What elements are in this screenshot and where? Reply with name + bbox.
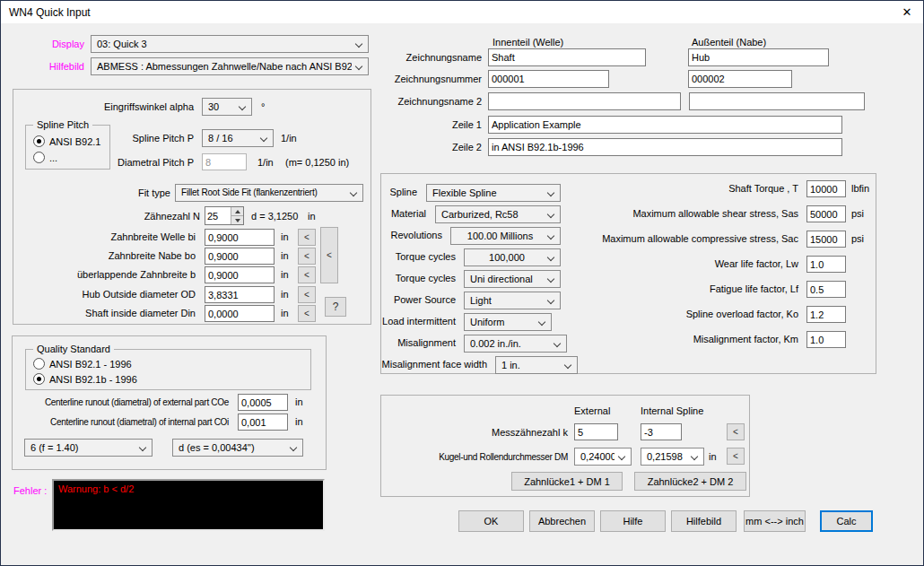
chevron-down-icon: [239, 103, 246, 110]
fatigue-life-factor-field[interactable]: [806, 281, 846, 298]
zeile2-field[interactable]: [488, 138, 842, 156]
copy-left-button[interactable]: <: [298, 229, 316, 246]
copy-left-button[interactable]: <: [727, 448, 745, 465]
max-shear-stress-unit: psi: [851, 208, 864, 220]
chevron-down-icon: [355, 40, 362, 48]
chevron-down-icon: [290, 444, 297, 451]
zeichnungsname-welle-field[interactable]: [488, 48, 646, 66]
chevron-down-icon: [554, 340, 561, 347]
misalignment-face-width-select[interactable]: 1 in.: [495, 356, 578, 374]
material-select[interactable]: Carburized, Rc58: [435, 205, 561, 223]
stepper-down-icon[interactable]: [231, 216, 243, 224]
zeichnungsname-nabe-field[interactable]: [688, 48, 829, 66]
spline-overload-factor-field[interactable]: [806, 306, 846, 323]
power-source-select[interactable]: Light: [464, 292, 561, 309]
mm-inch-toggle-button[interactable]: mm <--> inch: [744, 510, 806, 532]
runout-internal-field[interactable]: [238, 414, 288, 431]
radio-ansi-b921b-1996-label: ANSI B92.1b - 1996: [49, 374, 137, 386]
messzaehnezahl-internal-field[interactable]: [641, 423, 682, 440]
display-select[interactable]: 03: Quick 3: [91, 35, 369, 53]
zeile1-field[interactable]: [488, 116, 842, 134]
spline-select[interactable]: Flexible Spline: [426, 184, 561, 202]
help-button[interactable]: ?: [325, 297, 346, 317]
zaehnezahl-field[interactable]: [205, 207, 231, 224]
hilfe-button[interactable]: Hilfe: [600, 510, 666, 532]
max-shear-stress-label: Maximum allowable shear stress, Sas: [632, 208, 798, 220]
wear-life-factor-field[interactable]: [806, 256, 846, 273]
torque-direction-select[interactable]: Uni directional: [464, 270, 561, 288]
abbrechen-button[interactable]: Abbrechen: [529, 510, 595, 532]
zeichnungsnummer-nabe-field[interactable]: [688, 70, 792, 88]
zahnbreite-nabe-unit: in: [281, 250, 289, 262]
zahnluecke1-button[interactable]: Zahnlücke1 + DM 1: [511, 472, 623, 491]
max-compressive-stress-field[interactable]: [806, 231, 846, 248]
close-icon[interactable]: ✕: [891, 1, 923, 23]
runout-external-field[interactable]: [238, 394, 288, 411]
durchmesser-external-select[interactable]: 0,24000: [574, 448, 632, 466]
radio-ansi-b921-label: ANSI B92.1: [49, 136, 100, 148]
max-shear-stress-field[interactable]: [806, 205, 846, 222]
ok-button[interactable]: OK: [458, 510, 524, 532]
hilfebild-button[interactable]: Hilfebild: [671, 510, 737, 532]
torque-cycles-select[interactable]: 100,000: [464, 248, 561, 266]
radio-ansi-b921b-1996[interactable]: [33, 373, 45, 385]
stepper-arrows[interactable]: [231, 207, 243, 224]
torque-cycles-value: 100,000: [470, 252, 544, 263]
fit-allowance-select[interactable]: d (es = 0,00434''): [172, 439, 303, 457]
durchmesser-internal-select[interactable]: 0,21598: [641, 448, 704, 466]
misalignment-select[interactable]: 0.002 in./in.: [464, 335, 567, 353]
radio-ansi-b921-1996[interactable]: [33, 358, 45, 370]
copy-left-button[interactable]: <: [727, 423, 745, 440]
shaft-inside-diameter-field[interactable]: [205, 305, 275, 322]
hub-outside-diameter-field[interactable]: [205, 286, 275, 303]
material-label: Material: [391, 208, 426, 220]
spline-value: Flexible Spline: [432, 187, 544, 198]
quality-group: Quality Standard ANSI B92.1 - 1996 ANSI …: [12, 335, 327, 470]
chevron-down-icon: [547, 211, 554, 218]
spline-pitch-unit: 1/in: [281, 133, 297, 144]
torque-direction-value: Uni directional: [470, 274, 544, 284]
zaehnezahl-stepper[interactable]: [205, 206, 244, 225]
shaft-torque-field[interactable]: [806, 180, 846, 197]
wear-life-factor-label: Wear life factor, Lw: [715, 258, 798, 270]
zeichnungsnummer-welle-field[interactable]: [488, 70, 609, 88]
error-console: Warnung: b < d/2: [52, 479, 325, 531]
messzaehnezahl-external-field[interactable]: [574, 423, 618, 440]
spline-pitch-select[interactable]: 8 / 16: [202, 129, 274, 147]
load-intermittent-select[interactable]: Uniform: [464, 313, 552, 331]
stepper-up-icon[interactable]: [231, 207, 243, 216]
calc-button[interactable]: Calc: [820, 510, 873, 532]
revolutions-select[interactable]: 100.00 Millions: [450, 227, 561, 245]
chevron-down-icon: [547, 189, 554, 196]
diametral-pitch-label: Diametral Pitch P: [118, 157, 194, 169]
zeichnungsname2-nabe-field[interactable]: [689, 92, 865, 110]
fit-type-select[interactable]: Fillet Root Side Fit (flankenzentriert): [175, 184, 363, 202]
copy-left-button[interactable]: <: [298, 286, 316, 303]
zeichnungsname2-welle-field[interactable]: [488, 92, 681, 110]
eingriffswinkel-select[interactable]: 30: [202, 98, 252, 116]
radio-other-pitch[interactable]: [33, 152, 45, 163]
zahnbreite-nabe-field[interactable]: [205, 248, 275, 265]
zahnluecke2-button[interactable]: Zahnlücke2 + DM 2: [634, 472, 746, 491]
application-group: Spline Flexible Spline Material Carburiz…: [380, 173, 876, 374]
pitch-diameter-unit: in: [308, 211, 316, 222]
zahnbreite-welle-field[interactable]: [205, 229, 275, 246]
radio-ansi-b921[interactable]: [33, 135, 45, 147]
ueberlappende-zahnbreite-unit: in: [281, 269, 289, 281]
fit-allowance-value: d (es = 0,00434''): [179, 442, 286, 453]
copy-left-button[interactable]: <: [298, 248, 316, 265]
misalignment-factor-field[interactable]: [806, 331, 846, 348]
chevron-down-icon: [547, 254, 554, 261]
shaft-torque-label: Shaft Torque , T: [728, 183, 798, 195]
copy-all-left-button[interactable]: <: [320, 227, 338, 283]
chevron-down-icon: [260, 135, 267, 142]
diametral-pitch-field[interactable]: [202, 153, 247, 170]
aussenteil-header: Außenteil (Nabe): [692, 37, 766, 48]
hilfebild-select[interactable]: ABMESS : Abmessungen Zahnwelle/Nabe nach…: [91, 57, 369, 75]
copy-left-button[interactable]: <: [298, 305, 316, 322]
chevron-down-icon: [355, 63, 362, 70]
ueberlappende-zahnbreite-field[interactable]: [205, 266, 275, 283]
copy-left-button[interactable]: <: [298, 266, 316, 283]
tolerance-class-select[interactable]: 6 (f = 1.40): [24, 439, 153, 457]
chevron-down-icon: [564, 361, 571, 369]
